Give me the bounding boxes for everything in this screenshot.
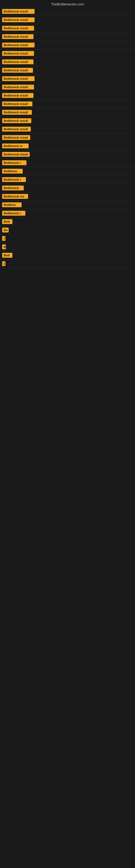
list-item: Bottleneck result <box>0 74 135 83</box>
row-inner: Bo <box>2 227 133 232</box>
bottleneck-label: Bo <box>2 227 9 232</box>
list-item: Bottleneck result <box>0 150 135 159</box>
bottleneck-label: Bottleneck res <box>2 194 28 199</box>
list-item: Bottlene <box>0 201 135 209</box>
list-item: Bottleneck res <box>0 192 135 201</box>
row-inner: Bottleneck result <box>2 118 133 123</box>
list-item: Bottleneck result <box>0 117 135 125</box>
row-inner: | <box>2 261 133 266</box>
row-inner: Bottleneck re <box>2 144 133 148</box>
list-item: B <box>0 243 135 251</box>
list-item: Bottleneck result <box>0 50 135 58</box>
list-item: | <box>0 259 135 268</box>
bottleneck-label: Bottleneck result <box>2 101 32 106</box>
row-inner: Bottleneck r <box>2 177 133 182</box>
site-header: TheBottlenecker.com <box>0 0 135 7</box>
list-item: | <box>0 235 135 243</box>
list-item: Bottleneck result <box>0 24 135 33</box>
row-inner: Bottleneck result <box>2 51 133 56</box>
list-item: Bott <box>0 218 135 226</box>
list-item: Bottleneck <box>0 184 135 192</box>
bottleneck-label: Bottleneck result <box>2 59 34 64</box>
bottleneck-label: Bottleneck result <box>2 26 34 31</box>
row-inner: Bott <box>2 219 133 224</box>
bottleneck-label: Bottleneck result <box>2 110 32 115</box>
list-item: Bottleneck result <box>0 125 135 133</box>
row-inner: Bottleneck result <box>2 68 133 73</box>
bottleneck-label: Bott <box>2 219 12 224</box>
row-inner: | <box>2 236 133 241</box>
list-item: Bo <box>0 226 135 235</box>
row-inner: Bottleneck result <box>2 76 133 81</box>
row-inner: Bottleneck result <box>2 34 133 39</box>
row-inner: Bottleneck result <box>2 135 133 140</box>
list-item: Bottleneck result <box>0 133 135 142</box>
list-item: Bottleneck result <box>0 33 135 41</box>
bottleneck-label: Bottleneck result <box>2 118 31 123</box>
bottleneck-label: | <box>2 261 5 266</box>
row-inner: Bottleneck <box>2 186 133 190</box>
bottleneck-label: Bottleneck r <box>2 177 26 182</box>
bottleneck-label: Bottleneck re <box>2 144 29 148</box>
list-item: Bottlenec <box>0 167 135 176</box>
row-inner: Bottleneck result <box>2 18 133 22</box>
rows-container: Bottleneck resultBottleneck resultBottle… <box>0 7 135 268</box>
row-inner: Bottleneck result <box>2 42 133 48</box>
row-inner: Bottleneck result <box>2 59 133 64</box>
list-item: Bottleneck result <box>0 16 135 24</box>
row-inner: Bottleneck result <box>2 110 133 115</box>
bottleneck-label: Bottleneck result <box>2 127 31 131</box>
bottleneck-label: Bottleneck r <box>2 211 26 216</box>
row-inner: Bottleneck r <box>2 160 133 165</box>
bottleneck-label: Bottleneck result <box>2 34 34 39</box>
row-inner: Bottleneck result <box>2 152 133 157</box>
bottleneck-label: Bottleneck result <box>2 51 34 56</box>
bottleneck-label: | <box>2 236 5 241</box>
list-item: Bottleneck r <box>0 209 135 218</box>
list-item: Bottleneck result <box>0 66 135 74</box>
site-title: TheBottlenecker.com <box>51 2 84 6</box>
bottleneck-label: Bottleneck result <box>2 18 35 22</box>
bottleneck-label: B <box>2 244 6 249</box>
list-item: Bottleneck re <box>0 142 135 150</box>
bottleneck-label: Bottleneck result <box>2 68 33 73</box>
bottleneck-label: Bott <box>2 253 12 258</box>
bottleneck-label: Bottleneck <box>2 186 24 190</box>
row-inner: Bottleneck result <box>2 9 133 14</box>
bottleneck-label: Bottleneck result <box>2 76 35 81</box>
row-inner: Bottlenec <box>2 169 133 174</box>
bottleneck-label: Bottleneck r <box>2 160 27 165</box>
list-item: Bottleneck result <box>0 7 135 16</box>
list-item: Bottleneck r <box>0 176 135 184</box>
row-inner: Bottleneck r <box>2 211 133 216</box>
list-item: Bottleneck result <box>0 83 135 91</box>
row-inner: Bottlene <box>2 203 133 207</box>
bottleneck-label: Bottleneck result <box>2 152 30 157</box>
list-item: Bottleneck result <box>0 41 135 50</box>
list-item: Bott <box>0 251 135 259</box>
list-item: Bottleneck result <box>0 91 135 100</box>
bottleneck-label: Bottleneck result <box>2 85 34 90</box>
row-inner: Bott <box>2 253 133 258</box>
bottleneck-label: Bottlenec <box>2 169 23 174</box>
row-inner: Bottleneck result <box>2 85 133 90</box>
list-item: Bottleneck result <box>0 108 135 117</box>
list-item: Bottleneck result <box>0 58 135 66</box>
bottleneck-label: Bottleneck result <box>2 42 35 48</box>
row-inner: Bottleneck res <box>2 194 133 199</box>
bottleneck-label: Bottleneck result <box>2 135 30 140</box>
list-item: Bottleneck r <box>0 159 135 167</box>
bottleneck-label: Bottleneck result <box>2 9 35 14</box>
bottleneck-label: Bottlene <box>2 203 21 207</box>
row-inner: Bottleneck result <box>2 93 133 98</box>
bottleneck-label: Bottleneck result <box>2 93 34 98</box>
row-inner: Bottleneck result <box>2 26 133 31</box>
row-inner: Bottleneck result <box>2 127 133 131</box>
row-inner: B <box>2 244 133 249</box>
row-inner: Bottleneck result <box>2 101 133 106</box>
list-item: Bottleneck result <box>0 100 135 108</box>
